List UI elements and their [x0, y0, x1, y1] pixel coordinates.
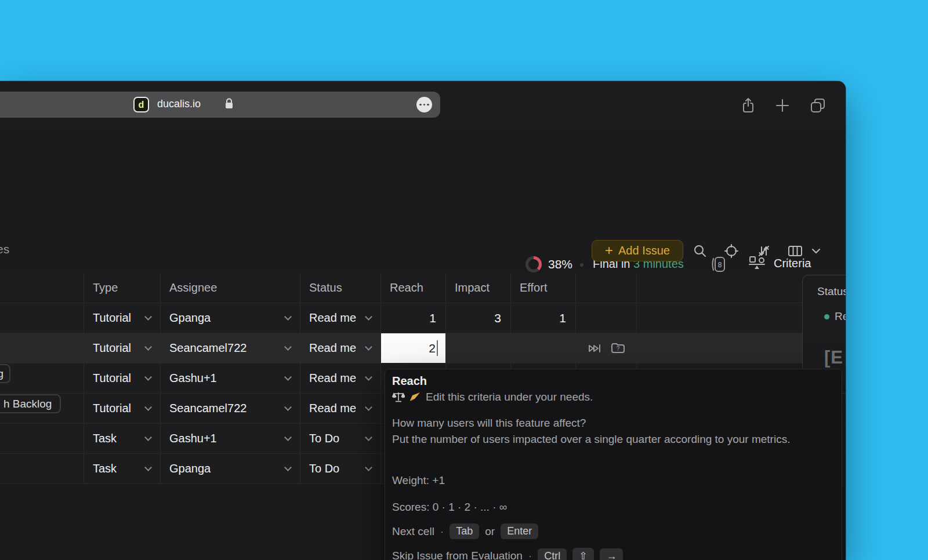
chevron-down-icon — [365, 313, 372, 321]
chevron-down-icon[interactable] — [809, 243, 824, 259]
chevron-down-icon — [365, 434, 372, 441]
svg-text:?: ? — [616, 346, 619, 352]
balance-scale-emoji — [392, 391, 405, 403]
enter-keycap: Enter — [501, 523, 538, 539]
add-issue-label: Add Issue — [618, 244, 670, 257]
columns-icon[interactable] — [788, 243, 803, 259]
plus-icon: + — [605, 242, 613, 259]
table-row[interactable]: Tutorial Gpanga Read me 1 3 1 — [0, 303, 846, 333]
status-cell[interactable]: Read me — [300, 303, 381, 333]
chevron-down-icon — [144, 464, 152, 471]
table-header-row: Type Assignee Status Reach Impact Effort — [0, 273, 846, 303]
status-panel-title: Status — [803, 275, 846, 298]
status-cell[interactable]: Read me — [300, 333, 381, 363]
tooltip-next-cell-hint: Next cell · Tab or Enter — [392, 523, 538, 539]
share-icon[interactable] — [739, 96, 757, 115]
desktop-background: d ducalis.io — [0, 0, 928, 560]
chevron-down-icon — [284, 373, 292, 381]
reach-edit-input[interactable]: 2 — [381, 333, 446, 363]
issue-title-cell[interactable] — [0, 303, 84, 333]
tooltip-subtitle: Edit this criteria under your needs. — [392, 391, 593, 403]
skip-issue-icon[interactable] — [588, 343, 601, 354]
actions-cell — [576, 303, 637, 333]
status-cell[interactable]: Read me — [300, 394, 381, 423]
chevron-down-icon — [365, 403, 372, 411]
separator-dot — [580, 263, 583, 267]
locate-target-icon[interactable] — [724, 243, 739, 259]
help-folder-icon[interactable]: ? — [611, 342, 625, 354]
assignee-cell[interactable]: Gashu+1 — [161, 424, 300, 453]
tooltip-weight: Weight: +1 — [392, 474, 445, 487]
chevron-down-icon — [284, 343, 292, 351]
issue-title-cell[interactable] — [0, 454, 84, 483]
ducalis-page: 38% Final in 3 minutes 8 — [0, 129, 846, 560]
chevron-down-icon — [284, 464, 292, 471]
actions-cell: ? — [576, 333, 637, 363]
header-impact[interactable]: Impact — [446, 273, 511, 303]
header-extra — [576, 273, 637, 303]
type-cell[interactable]: Tutorial — [84, 394, 161, 423]
header-effort[interactable]: Effort — [511, 273, 576, 303]
chevron-down-icon — [144, 403, 152, 411]
backlog-label-chip[interactable]: h Backlog — [0, 394, 61, 413]
chevron-down-icon — [144, 373, 152, 381]
assignee-cell[interactable]: Gpanga — [161, 303, 300, 333]
header-status[interactable]: Status — [300, 273, 381, 303]
lock-icon — [224, 98, 234, 110]
chevron-down-icon — [365, 373, 372, 381]
reach-criteria-tooltip: Reach Edit this criteria under your need… — [385, 369, 842, 560]
status-cell[interactable]: To Do — [300, 454, 381, 483]
header-reach[interactable]: Reach — [381, 273, 446, 303]
page-more-button[interactable] — [416, 97, 432, 112]
status-cell[interactable]: To Do — [300, 424, 381, 453]
new-tab-icon[interactable] — [773, 96, 792, 115]
status-dot-icon — [824, 314, 829, 319]
table-row-active[interactable]: Tutorial Seancamel722 Read me 2 ? — [0, 333, 846, 363]
chevron-down-icon — [144, 313, 152, 321]
writing-hand-emoji — [409, 392, 422, 402]
chevron-down-icon — [144, 343, 152, 351]
reach-cell[interactable]: 1 — [381, 303, 446, 333]
assignee-cell[interactable]: Seancamel722 — [161, 333, 300, 363]
chevron-down-icon — [365, 464, 372, 471]
right-arrow-keycap: → — [600, 548, 623, 560]
table-toolbar: + Add Issue — [0, 239, 846, 262]
issue-title-cell[interactable] — [0, 363, 84, 393]
type-cell[interactable]: Task — [84, 424, 161, 453]
clipped-label-chip[interactable]: og — [0, 364, 10, 383]
search-icon[interactable] — [693, 243, 708, 259]
assignee-cell[interactable]: Gashu+1 — [161, 363, 300, 393]
type-cell[interactable]: Tutorial — [84, 303, 161, 333]
impact-cell[interactable]: 3 — [446, 303, 511, 333]
site-favicon: d — [133, 97, 149, 112]
assignee-cell[interactable]: Seancamel722 — [161, 394, 300, 423]
type-cell[interactable]: Tutorial — [84, 333, 161, 363]
address-bar[interactable]: d ducalis.io — [0, 92, 440, 118]
evaluation-status-bar: 38% Final in 3 minutes 8 — [0, 191, 846, 213]
chevron-down-icon — [284, 313, 292, 321]
type-cell[interactable]: Tutorial — [84, 363, 161, 393]
add-issue-button[interactable]: + Add Issue — [592, 240, 683, 261]
status-option[interactable]: Read me — [803, 310, 846, 323]
chevron-down-icon — [284, 434, 292, 441]
sort-disabled-icon[interactable] — [756, 243, 771, 259]
chevron-down-icon — [365, 343, 372, 351]
header-title[interactable] — [0, 273, 84, 303]
shift-keycap: ⇧ — [572, 548, 594, 560]
status-cell[interactable]: Read me — [300, 363, 381, 393]
assignee-cell[interactable]: Gpanga — [161, 454, 300, 483]
impact-cell[interactable] — [446, 333, 511, 363]
header-assignee[interactable]: Assignee — [161, 273, 300, 303]
svg-text:8: 8 — [718, 261, 722, 269]
effort-cell[interactable] — [511, 333, 576, 363]
clipped-tab-label[interactable]: es — [0, 242, 9, 256]
text-cursor — [437, 340, 438, 356]
header-type[interactable]: Type — [84, 273, 161, 303]
url-text: ducalis.io — [157, 98, 201, 110]
effort-cell[interactable]: 1 — [511, 303, 576, 333]
issue-title-cell[interactable] — [0, 424, 84, 453]
type-cell[interactable]: Task — [84, 454, 161, 483]
issue-title-cell[interactable] — [0, 333, 84, 363]
tooltip-skip-hint: Skip Issue from Evaluation · Ctrl ⇧ → — [392, 548, 623, 560]
tab-overview-icon[interactable] — [809, 96, 827, 115]
